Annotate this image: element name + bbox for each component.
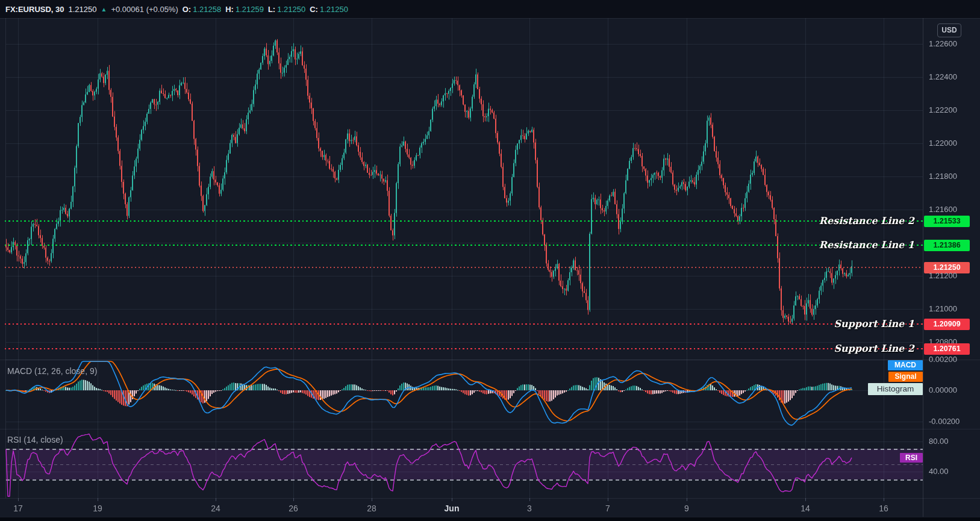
chart-canvas[interactable] <box>0 0 980 521</box>
ohlc-label: L: <box>268 5 275 14</box>
ohlc-value: 1.21258 <box>193 5 221 14</box>
ohlc-label: C: <box>310 5 318 14</box>
ohlc-value: 1.21250 <box>320 5 348 14</box>
ohlc-label: H: <box>225 5 234 14</box>
ohlc-value: 1.21250 <box>277 5 305 14</box>
trading-chart-window: FX:EURUSD, 30 1.21250 ▲ +0.00061 (+0.05%… <box>0 0 980 521</box>
ohlc-values: O:1.21258H:1.21259L:1.21250C:1.21250 <box>183 5 348 14</box>
ohlc-value: 1.21259 <box>236 5 264 14</box>
triangle-up-icon: ▲ <box>101 6 107 13</box>
ohlc-label: O: <box>183 5 191 14</box>
last-price: 1.21250 <box>69 5 97 14</box>
symbol-title[interactable]: FX:EURUSD, 30 <box>5 5 64 14</box>
price-change: +0.00061 (+0.05%) <box>111 5 178 14</box>
symbol-legend: FX:EURUSD, 30 1.21250 ▲ +0.00061 (+0.05%… <box>0 0 980 18</box>
